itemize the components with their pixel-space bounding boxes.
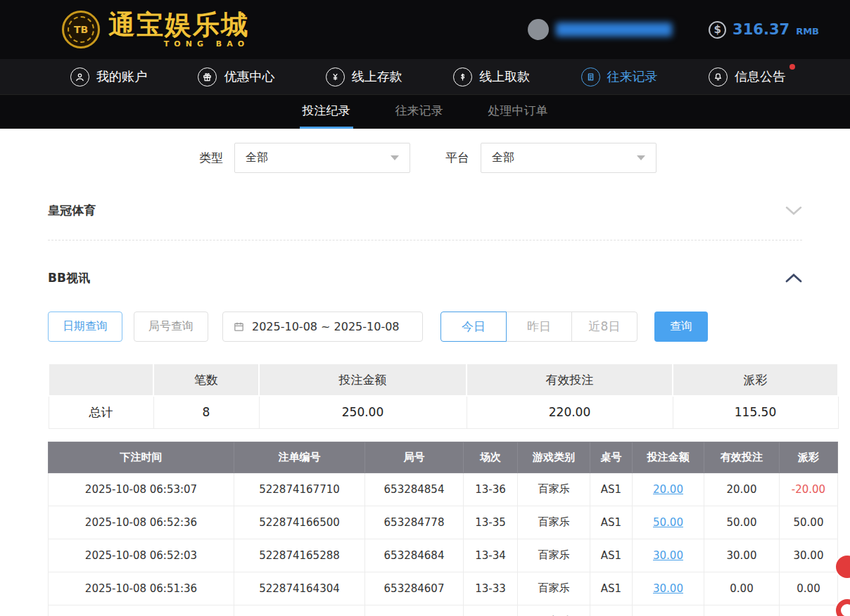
withdraw-coin-icon [453,68,472,86]
order-id: 522874165288 [234,539,365,572]
payout-value: -20.00 [792,483,825,496]
col-bet-amount: 投注金额 [633,442,704,473]
nav-item-withdrawal[interactable]: 线上取款 [453,68,530,86]
order-id: 522874167710 [234,473,365,506]
logo-title: 通宝娱乐城 [108,11,249,38]
game-type: 百家乐 [518,539,590,572]
today-button[interactable]: 今日 [440,312,507,342]
search-button[interactable]: 查询 [654,312,708,342]
bet-time: 2025-10-08 06:53:07 [49,473,234,506]
summary-header-row: 笔数 投注金额 有效投注 派彩 [49,364,838,396]
nav-label: 优惠中心 [224,68,274,85]
type-select-value: 全部 [246,150,268,165]
round-id: 653284854 [365,473,464,506]
nav-item-promotions[interactable]: 优惠中心 [198,68,274,86]
bet-amount-link[interactable]: 50.00 [653,516,683,529]
logo-subtitle: TONG BAO [164,40,249,48]
main-nav: 我的账户 优惠中心 线上存款 线上取款 往来记录 信息公告 [0,59,850,94]
table-no: AS1 [590,539,633,572]
summary-header-bet: 投注金额 [259,364,467,396]
table-no: AS1 [590,506,633,539]
platform-label: 平台 [445,150,469,166]
summary-header-valid: 有效投注 [467,364,673,396]
bb-live-section-header[interactable]: BB视讯 [48,270,802,286]
nav-item-announcements[interactable]: 信息公告 [709,68,785,86]
session: 13-32 [464,605,518,616]
nav-label: 线上存款 [352,68,402,85]
col-session: 场次 [464,442,518,473]
bet-amount-link[interactable]: 30.00 [653,549,683,562]
tab-bet-records[interactable]: 投注纪录 [300,95,353,129]
round-id: 653284684 [365,539,464,572]
table-no: AS1 [590,473,633,506]
balance-display[interactable]: $ 316.37 RMB [709,21,819,39]
game-type: 百家乐 [518,572,590,605]
chevron-up-icon[interactable] [785,274,802,283]
date-range-value: 2025-10-08 ~ 2025-10-08 [252,320,400,333]
summary-valid-bet: 220.00 [467,396,673,428]
gift-icon [198,68,217,86]
notification-dot [789,64,795,70]
dollar-coin-icon: $ [709,21,726,39]
payout-value: 50.00 [794,516,824,529]
date-range-picker[interactable]: 2025-10-08 ~ 2025-10-08 [222,312,423,342]
table-row: 2025-10-08 06:52:03 522874165288 6532846… [49,539,838,572]
platform-select[interactable]: 全部 [481,143,656,173]
chevron-down-icon[interactable] [785,206,802,215]
crown-sports-section-header[interactable]: 皇冠体育 [48,203,802,219]
payout-value: 0.00 [797,582,820,595]
table-header-row: 下注时间 注单编号 局号 场次 游戏类别 桌号 投注金额 有效投注 派彩 [49,442,838,473]
round-query-button[interactable]: 局号查询 [134,312,208,342]
deposit-coin-icon [326,68,345,86]
summary-count: 8 [153,396,259,428]
bet-time: 2025-10-08 06:51:36 [49,572,234,605]
nav-item-deposit[interactable]: 线上存款 [326,68,402,86]
tab-transaction-records[interactable]: 往来记录 [393,95,446,129]
col-order-id: 注单编号 [234,442,365,473]
round-id: 653284501 [365,605,464,616]
summary-bet-amount: 250.00 [259,396,467,428]
table-row: 2025-10-08 06:50:57 522874162898 6532845… [49,605,838,616]
valid-bet: 30.00 [704,539,780,572]
nav-label: 线上取款 [479,68,530,85]
platform-select-value: 全部 [492,150,514,165]
round-id: 653284778 [365,506,464,539]
site-logo[interactable]: TB 通宝娱乐城 TONG BAO [62,11,249,49]
summary-header-blank [49,364,153,396]
bell-icon [709,68,728,86]
username-redacted [556,23,672,37]
summary-payout: 115.50 [673,396,838,428]
last-8-days-button[interactable]: 近8日 [571,312,638,342]
type-select[interactable]: 全部 [234,143,410,173]
user-avatar[interactable] [528,19,549,40]
order-id: 522874166500 [234,506,365,539]
col-valid-bet: 有效投注 [704,442,780,473]
bet-time: 2025-10-08 06:52:36 [49,506,234,539]
balance-currency: RMB [796,26,819,37]
type-label: 类型 [199,150,223,166]
col-bet-time: 下注时间 [49,442,234,473]
summary-header-count: 笔数 [153,364,259,396]
nav-item-records[interactable]: 往来记录 [581,68,658,86]
table-row: 2025-10-08 06:52:36 522874166500 6532847… [49,506,838,539]
yesterday-button[interactable]: 昨日 [506,312,572,342]
nav-label: 往来记录 [607,68,658,85]
col-table-no: 桌号 [590,442,633,473]
user-icon [70,68,89,86]
filter-bar: 类型 全部 平台 全部 [199,143,850,173]
records-document-icon [581,68,600,86]
payout-value: 30.00 [794,549,824,562]
bet-amount-link[interactable]: 20.00 [653,483,683,496]
date-query-button[interactable]: 日期查询 [48,312,122,342]
casino-chip-icon: TB [62,11,100,49]
query-controls: 日期查询 局号查询 2025-10-08 ~ 2025-10-08 今日 昨日 … [48,312,802,342]
valid-bet: 50.00 [704,506,780,539]
valid-bet: 20.00 [704,473,780,506]
tab-pending-orders[interactable]: 处理中订单 [486,95,551,129]
nav-item-my-account[interactable]: 我的账户 [70,68,147,86]
table-no: AS1 [590,605,633,616]
bet-amount-link[interactable]: 30.00 [653,582,683,595]
chevron-down-icon [391,155,399,160]
col-game-type: 游戏类别 [518,442,590,473]
game-type: 百家乐 [518,506,590,539]
